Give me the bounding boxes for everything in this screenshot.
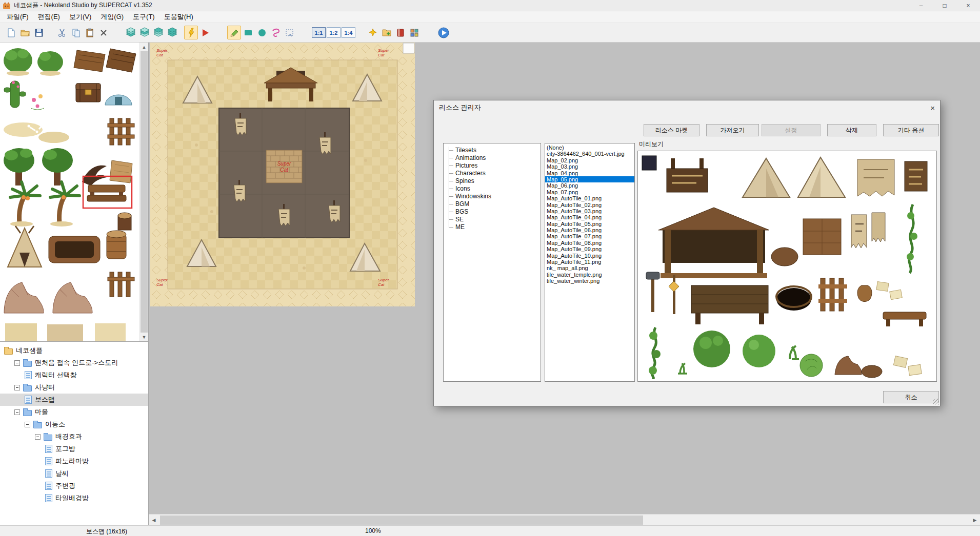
palette-scrollbar[interactable]: ▲ ▼ xyxy=(139,43,148,341)
canvas-hscrollbar[interactable]: ◀ ▶ xyxy=(149,514,980,525)
tree-expander-icon[interactable] xyxy=(35,434,41,440)
rectangle-tool-button[interactable] xyxy=(241,26,255,39)
tree-item[interactable]: 사냥터 xyxy=(0,381,148,394)
category-item[interactable]: SE xyxy=(448,216,538,223)
tree-item[interactable]: 주변광 xyxy=(0,480,148,492)
tree-item[interactable]: 날씨 xyxy=(0,467,148,480)
dialog-close-button[interactable]: × xyxy=(922,104,935,112)
copy-button[interactable] xyxy=(69,26,83,39)
play-test-button[interactable] xyxy=(436,26,450,39)
tree-expander-icon[interactable] xyxy=(14,385,20,390)
file-item[interactable]: Map_AutoTile_01.png xyxy=(545,195,634,201)
new-map-button[interactable] xyxy=(4,26,18,39)
file-item[interactable]: Map_AutoTile_07.png xyxy=(545,233,634,239)
file-item[interactable]: Map_02.png xyxy=(545,157,634,163)
canvas-scroll-thumb[interactable] xyxy=(160,516,643,525)
maximize-button[interactable]: □ xyxy=(933,0,956,11)
category-item[interactable]: Animations xyxy=(448,154,538,162)
category-item[interactable]: Characters xyxy=(448,170,538,177)
tree-item[interactable]: 포그방 xyxy=(0,443,148,455)
scroll-up-icon[interactable]: ▲ xyxy=(140,43,148,51)
category-item[interactable]: BGM xyxy=(448,200,538,208)
tree-item[interactable]: 맨처음 접속 인트로->스토리 xyxy=(0,357,148,369)
resize-grip[interactable] xyxy=(933,399,939,405)
file-item[interactable]: nk_ map_all.png xyxy=(545,265,634,271)
resource-manager-button[interactable] xyxy=(393,26,407,39)
menu-item[interactable]: 도움말(H) xyxy=(159,11,198,23)
save-button[interactable] xyxy=(32,26,46,39)
import-resource-button[interactable] xyxy=(379,26,393,39)
file-item[interactable]: Map_AutoTile_10.png xyxy=(545,253,634,259)
dialog-button[interactable]: 삭제 xyxy=(827,124,876,136)
file-item[interactable]: Map_AutoTile_09.png xyxy=(545,246,634,252)
layer-upper-button[interactable] xyxy=(151,26,165,39)
map-image[interactable]: SuperCat SuperCatSuperCatSuperCatSuperCa… xyxy=(150,43,415,306)
run-event-button[interactable] xyxy=(198,26,212,39)
file-item[interactable]: Map_AutoTile_02.png xyxy=(545,202,634,208)
lasso-tool-button[interactable] xyxy=(269,26,283,39)
event-layer-button[interactable] xyxy=(184,26,198,39)
file-item[interactable]: Map_07.png xyxy=(545,189,634,195)
zoom-1-1-button[interactable]: 1:1 xyxy=(312,27,326,38)
file-item[interactable]: Map_AutoTile_03.png xyxy=(545,208,634,214)
tree-item[interactable]: 네코샘플 xyxy=(0,344,148,357)
menu-item[interactable]: 도구(T) xyxy=(128,11,159,23)
file-item[interactable]: city-3864462_640_001-vert.jpg xyxy=(545,151,634,157)
category-item[interactable]: BGS xyxy=(448,208,538,216)
layer-lower-button[interactable] xyxy=(124,26,137,39)
file-item[interactable]: Map_AutoTile_08.png xyxy=(545,240,634,246)
tileset-image[interactable] xyxy=(0,43,140,341)
delete-button[interactable] xyxy=(96,26,110,39)
category-item[interactable]: Icons xyxy=(448,185,538,193)
file-item[interactable]: Map_AutoTile_06.png xyxy=(545,227,634,233)
paste-button[interactable] xyxy=(83,26,96,39)
ellipse-tool-button[interactable] xyxy=(255,26,269,39)
layer-middle-button[interactable] xyxy=(137,26,151,39)
file-item[interactable]: Map_06.png xyxy=(545,182,634,189)
pencil-tool-button[interactable] xyxy=(227,26,241,39)
dialog-button[interactable]: 리소스 마켓 xyxy=(644,124,699,136)
tree-item[interactable]: 보스맵 xyxy=(0,394,148,406)
file-item[interactable]: Map_04.png xyxy=(545,170,634,176)
cut-button[interactable] xyxy=(55,26,69,39)
tree-expander-icon[interactable] xyxy=(25,422,30,427)
file-item[interactable]: Map_03.png xyxy=(545,163,634,170)
category-item[interactable]: Tilesets xyxy=(448,147,538,154)
category-item[interactable]: Windowskins xyxy=(448,193,538,200)
menu-item[interactable]: 게임(G) xyxy=(96,11,128,23)
menu-item[interactable]: 보기(V) xyxy=(65,11,96,23)
tree-item[interactable]: 파노라마방 xyxy=(0,455,148,467)
tree-item[interactable]: 캐릭터 선택창 xyxy=(0,369,148,381)
layer-all-button[interactable] xyxy=(165,26,179,39)
file-item[interactable]: Map_AutoTile_11.png xyxy=(545,259,634,265)
minimize-button[interactable]: – xyxy=(909,0,933,11)
category-item[interactable]: Pictures xyxy=(448,162,538,170)
scroll-left-icon[interactable]: ◀ xyxy=(149,514,159,526)
scroll-down-icon[interactable]: ▼ xyxy=(140,333,148,341)
dialog-button[interactable]: 기타 옵션 xyxy=(883,124,939,136)
tree-item[interactable]: 이동소 xyxy=(0,418,148,430)
dialog-button[interactable]: 가져오기 xyxy=(706,124,759,136)
file-item[interactable]: (None) xyxy=(545,145,634,151)
category-item[interactable]: Spines xyxy=(448,177,538,185)
menu-item[interactable]: 편집(E) xyxy=(33,11,65,23)
zoom-1-2-button[interactable]: 1:2 xyxy=(327,27,341,38)
tileset-grid-button[interactable] xyxy=(407,26,421,39)
cancel-button[interactable]: 취소 xyxy=(883,391,939,403)
scroll-right-icon[interactable]: ▶ xyxy=(970,514,980,526)
dialog-titlebar[interactable]: 리소스 관리자 × xyxy=(434,100,940,115)
file-item[interactable]: Map_AutoTile_05.png xyxy=(545,221,634,227)
tree-item[interactable]: 타일배경방 xyxy=(0,492,148,504)
palette-scroll-thumb[interactable] xyxy=(141,51,148,333)
file-item[interactable]: tile_water_winter.png xyxy=(545,278,634,284)
file-item[interactable]: Map_05.png xyxy=(545,176,634,182)
tree-expander-icon[interactable] xyxy=(14,409,20,415)
tree-item[interactable]: 마을 xyxy=(0,406,148,418)
category-item[interactable]: ME xyxy=(448,223,538,231)
open-button[interactable] xyxy=(18,26,32,39)
selection-tool-button[interactable] xyxy=(283,26,296,39)
close-button[interactable]: × xyxy=(956,0,980,11)
menu-item[interactable]: 파일(F) xyxy=(2,11,33,23)
tree-item[interactable]: 배경효과 xyxy=(0,430,148,443)
effect-button[interactable] xyxy=(366,26,379,39)
